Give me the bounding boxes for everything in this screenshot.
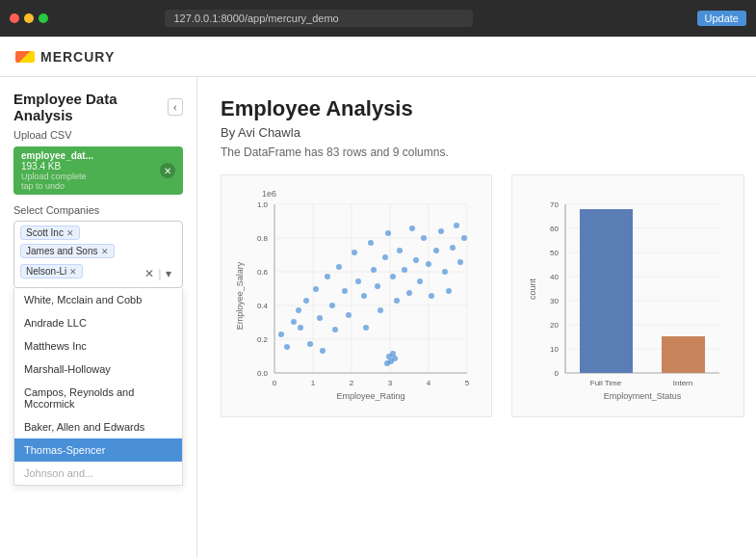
dropdown-item-baker[interactable]: Baker, Allen and Edwards xyxy=(14,415,182,438)
multiselect-box[interactable]: Scott Inc ✕ James and Sons ✕ Nelson-Li ✕… xyxy=(13,221,183,288)
svg-point-42 xyxy=(336,264,342,270)
svg-point-64 xyxy=(426,261,431,267)
svg-point-50 xyxy=(371,267,377,273)
svg-text:1.0: 1.0 xyxy=(257,200,269,209)
svg-point-68 xyxy=(442,269,448,275)
svg-point-39 xyxy=(325,274,330,279)
remove-tag-nelson-li[interactable]: ✕ xyxy=(69,267,77,277)
app-header: MERCURY xyxy=(0,37,756,77)
svg-text:Intern: Intern xyxy=(673,379,692,387)
svg-text:Full Time: Full Time xyxy=(590,379,622,387)
svg-text:0: 0 xyxy=(555,369,560,378)
svg-text:0.2: 0.2 xyxy=(257,335,269,344)
svg-text:0.6: 0.6 xyxy=(257,268,269,277)
browser-right-controls: Update xyxy=(697,11,746,26)
svg-text:60: 60 xyxy=(550,225,559,233)
svg-point-77 xyxy=(392,356,398,361)
svg-text:Employment_Status: Employment_Status xyxy=(604,391,682,401)
upload-size: 193.4 KB xyxy=(21,161,93,172)
svg-point-72 xyxy=(457,259,463,265)
svg-text:70: 70 xyxy=(550,200,559,209)
update-button[interactable]: Update xyxy=(697,11,746,26)
sidebar-title-text: Employee Data Analysis xyxy=(13,91,162,123)
svg-point-43 xyxy=(342,288,348,294)
svg-text:5: 5 xyxy=(465,379,470,387)
collapse-sidebar-button[interactable]: ‹ xyxy=(168,98,183,116)
svg-point-51 xyxy=(375,283,380,289)
svg-point-32 xyxy=(296,307,301,313)
sidebar-title-row: Employee Data Analysis ‹ xyxy=(13,91,183,123)
companies-dropdown: White, Mcclain and Cobb Andrade LLC Matt… xyxy=(13,288,183,486)
svg-text:30: 30 xyxy=(550,297,559,305)
url-bar[interactable]: 127.0.0.1:8000/app/mercury_demo xyxy=(165,10,473,27)
svg-text:count: count xyxy=(528,278,537,300)
upload-area: employee_dat... 193.4 KB Upload complete… xyxy=(13,146,183,195)
upload-filename: employee_dat... xyxy=(21,150,93,161)
svg-point-46 xyxy=(355,278,361,284)
page-author: By Avi Chawla xyxy=(221,125,733,140)
svg-point-67 xyxy=(438,228,444,234)
svg-point-48 xyxy=(363,325,369,331)
svg-point-41 xyxy=(332,327,338,332)
tag-james-and-sons[interactable]: James and Sons ✕ xyxy=(20,244,115,258)
bar-full-time xyxy=(580,209,633,373)
page-subtitle: The DataFrame has 83 rows and 9 columns. xyxy=(221,146,733,159)
svg-point-36 xyxy=(313,286,319,292)
svg-point-37 xyxy=(317,315,323,321)
chevron-down-icon[interactable]: ▾ xyxy=(166,267,171,280)
dropdown-item-campos[interactable]: Campos, Reynolds and Mccormick xyxy=(14,381,182,415)
svg-point-70 xyxy=(450,245,456,251)
scatter-plot: Employee_Salary 1e6 0.0 xyxy=(231,185,482,407)
svg-point-56 xyxy=(394,298,400,304)
svg-point-78 xyxy=(384,360,390,366)
svg-point-58 xyxy=(402,267,407,273)
svg-point-61 xyxy=(413,257,419,263)
clear-all-button[interactable]: ✕ xyxy=(144,267,154,280)
upload-label: Upload CSV xyxy=(13,129,183,141)
sidebar: Employee Data Analysis ‹ Upload CSV empl… xyxy=(0,77,197,557)
svg-point-33 xyxy=(298,325,303,331)
maximize-window-dot xyxy=(39,13,48,23)
svg-point-54 xyxy=(385,230,391,236)
dropdown-item-marshall[interactable]: Marshall-Holloway xyxy=(14,358,182,381)
browser-chrome: 127.0.0.1:8000/app/mercury_demo Update xyxy=(0,0,756,37)
svg-point-38 xyxy=(320,348,326,354)
svg-text:0.0: 0.0 xyxy=(257,369,269,378)
svg-point-49 xyxy=(368,240,374,246)
remove-tag-scott-inc[interactable]: ✕ xyxy=(66,228,74,238)
bar-intern xyxy=(662,336,705,373)
svg-text:Employee_Rating: Employee_Rating xyxy=(336,391,404,401)
svg-point-57 xyxy=(397,248,403,253)
svg-text:0: 0 xyxy=(273,379,277,387)
select-companies-label: Select Companies xyxy=(13,204,183,216)
svg-text:0.4: 0.4 xyxy=(257,302,269,310)
svg-text:0.8: 0.8 xyxy=(257,234,269,243)
dropdown-item-johnson[interactable]: Johnson and... xyxy=(14,462,182,485)
svg-text:4: 4 xyxy=(427,379,431,387)
remove-tag-james-and-sons[interactable]: ✕ xyxy=(101,247,109,256)
dropdown-item-andrade[interactable]: Andrade LLC xyxy=(14,311,182,334)
svg-text:50: 50 xyxy=(550,249,559,257)
svg-point-44 xyxy=(346,312,352,318)
svg-text:1e6: 1e6 xyxy=(262,189,276,199)
svg-point-40 xyxy=(329,303,335,308)
main-layout: Employee Data Analysis ‹ Upload CSV empl… xyxy=(0,77,756,557)
companies-search-input[interactable] xyxy=(87,266,144,278)
svg-point-31 xyxy=(291,319,297,325)
svg-point-63 xyxy=(421,235,427,241)
main-content: Employee Analysis By Avi Chawla The Data… xyxy=(197,77,756,557)
tag-nelson-li[interactable]: Nelson-Li ✕ xyxy=(20,264,83,278)
tag-row: Scott Inc ✕ James and Sons ✕ xyxy=(20,225,176,258)
svg-point-34 xyxy=(303,298,309,304)
svg-point-52 xyxy=(378,307,383,313)
svg-point-66 xyxy=(433,248,439,253)
tag-scott-inc[interactable]: Scott Inc ✕ xyxy=(20,225,80,240)
svg-point-30 xyxy=(284,344,290,350)
svg-text:1: 1 xyxy=(311,379,316,387)
dropdown-item-thomas-spencer[interactable]: Thomas-Spencer xyxy=(14,438,182,462)
svg-point-47 xyxy=(361,293,367,299)
upload-status: Upload complete xyxy=(21,172,93,181)
upload-close-button[interactable]: ✕ xyxy=(160,163,175,178)
dropdown-item-white-mcclain[interactable]: White, Mcclain and Cobb xyxy=(14,288,182,311)
dropdown-item-matthews[interactable]: Matthews Inc xyxy=(14,334,182,358)
